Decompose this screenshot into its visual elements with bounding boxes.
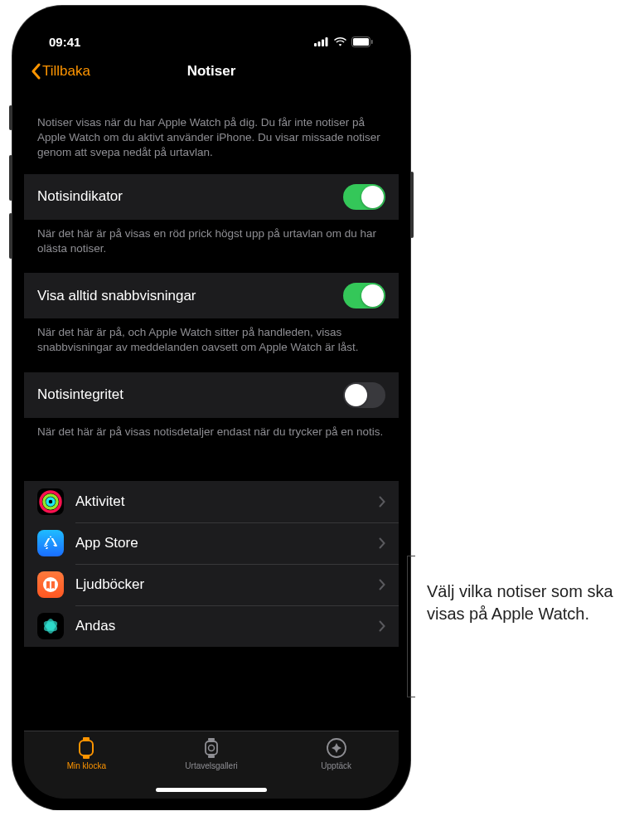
app-list: Aktivitet App Store Ljudböcker	[24, 481, 399, 647]
chevron-right-icon	[379, 620, 385, 632]
battery-icon	[351, 36, 374, 47]
svg-rect-1	[318, 41, 321, 46]
tab-upptack[interactable]: Upptäck	[274, 736, 399, 797]
status-icons	[314, 36, 374, 47]
power-button	[410, 172, 414, 238]
app-name: Ljudböcker	[75, 576, 367, 593]
svg-rect-6	[371, 40, 373, 44]
watch-icon	[75, 736, 98, 760]
app-row-andas[interactable]: Andas	[24, 605, 399, 647]
audiobooks-icon	[37, 571, 64, 598]
chevron-right-icon	[379, 537, 385, 549]
status-time: 09:41	[49, 35, 80, 49]
gallery-icon	[200, 736, 223, 760]
toggle-snabbvisningar[interactable]	[343, 283, 385, 308]
back-button[interactable]: Tillbaka	[31, 63, 90, 80]
tab-min-klocka[interactable]: Min klocka	[24, 736, 149, 797]
callout: Välj vilka notiser som ska visas på Appl…	[427, 580, 642, 625]
app-name: App Store	[75, 535, 367, 551]
svg-point-20	[209, 746, 215, 751]
svg-rect-19	[206, 741, 217, 755]
setting-notisindikator: Notisindikator	[24, 174, 399, 220]
volume-up	[9, 155, 12, 201]
toggle-notisindikator[interactable]	[343, 184, 385, 210]
footer-notisindikator: När det här är på visas en röd prick hög…	[24, 220, 399, 273]
svg-rect-16	[80, 741, 93, 755]
cellular-icon	[314, 36, 329, 46]
toggle-notisintegritet[interactable]	[343, 382, 385, 408]
appstore-icon	[37, 530, 64, 556]
phone-frame: 09:41 Tillbaka Notiser Notiser visas när…	[12, 6, 410, 810]
footer-snabbvisningar: När det här är på, och Apple Watch sitte…	[24, 318, 399, 372]
intro-text: Notiser visas när du har Apple Watch på …	[24, 90, 399, 174]
setting-label: Notisindikator	[37, 188, 123, 205]
setting-snabbvisningar: Visa alltid snabbvisningar	[24, 273, 399, 318]
app-name: Aktivitet	[75, 493, 367, 510]
volume-down	[9, 213, 12, 259]
callout-tick	[407, 556, 415, 556]
app-name: Andas	[75, 618, 367, 634]
svg-rect-0	[314, 43, 317, 46]
svg-point-9	[47, 498, 54, 505]
discover-icon	[325, 736, 348, 760]
chevron-right-icon	[379, 579, 385, 590]
nav-title: Notiser	[187, 63, 236, 80]
chevron-right-icon	[379, 496, 385, 508]
svg-rect-18	[208, 755, 215, 758]
app-row-aktivitet[interactable]: Aktivitet	[24, 481, 399, 522]
content-scroll[interactable]: Notiser visas när du har Apple Watch på …	[24, 90, 399, 731]
svg-rect-17	[208, 738, 215, 741]
nav-bar: Tillbaka Notiser	[24, 54, 399, 90]
home-indicator[interactable]	[156, 788, 267, 792]
svg-rect-2	[322, 40, 324, 47]
app-row-appstore[interactable]: App Store	[24, 522, 399, 564]
setting-label: Visa alltid snabbvisningar	[37, 288, 196, 304]
breathe-icon	[37, 613, 64, 639]
mute-switch	[9, 105, 12, 130]
back-label: Tillbaka	[42, 63, 90, 80]
setting-notisintegritet: Notisintegritet	[24, 372, 399, 418]
callout-line	[407, 556, 408, 697]
app-row-ljudbocker[interactable]: Ljudböcker	[24, 564, 399, 605]
svg-rect-5	[353, 38, 369, 46]
wifi-icon	[333, 36, 347, 46]
footer-notisintegritet: När det här är på visas notisdetaljer en…	[24, 418, 399, 456]
tab-label: Upptäck	[321, 761, 351, 770]
activity-icon	[37, 488, 64, 515]
tab-label: Urtavelsgalleri	[185, 761, 237, 770]
notch	[124, 17, 298, 42]
chevron-left-icon	[31, 63, 41, 80]
setting-label: Notisintegritet	[37, 386, 123, 403]
callout-tick	[407, 697, 415, 697]
callout-text: Välj vilka notiser som ska visas på Appl…	[427, 580, 642, 625]
tab-label: Min klocka	[67, 761, 106, 770]
svg-rect-3	[326, 37, 328, 46]
svg-point-10	[43, 577, 58, 592]
phone-screen: 09:41 Tillbaka Notiser Notiser visas när…	[24, 17, 399, 799]
